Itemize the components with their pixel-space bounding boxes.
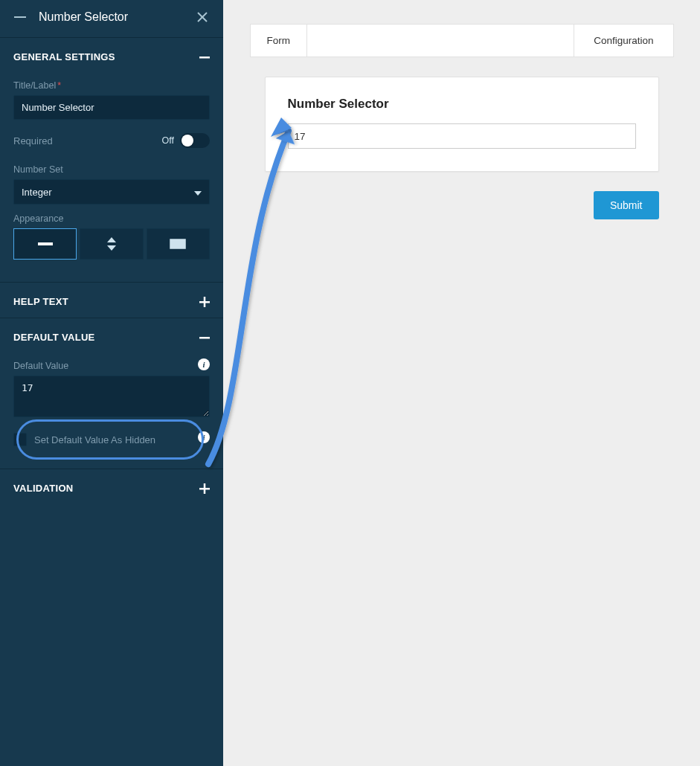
field-label: Default Value (13, 361, 210, 371)
svg-rect-8 (204, 297, 206, 307)
field-label: Number Set (13, 164, 210, 175)
section-title: HELP TEXT (13, 296, 68, 307)
main-area: Form Configuration Number Selector Submi… (223, 0, 700, 766)
svg-rect-0 (14, 16, 26, 18)
hidden-default-row: Set Default Value As Hidden i (13, 428, 210, 451)
appearance-option-box[interactable] (147, 228, 210, 260)
properties-sidebar: Number Selector GENERAL SETTINGS Title/L… (0, 0, 223, 766)
svg-rect-3 (199, 57, 210, 59)
preview-tabs: Form Configuration (250, 24, 674, 57)
field-appearance: Appearance (13, 213, 210, 260)
tab-configuration[interactable]: Configuration (574, 25, 672, 57)
section-general-header[interactable]: GENERAL SETTINGS (0, 38, 223, 73)
field-label: Appearance (13, 213, 210, 224)
sidebar-header: Number Selector (0, 0, 223, 37)
field-label: Title/Label* (13, 80, 210, 91)
section-validation-header[interactable]: VALIDATION (0, 469, 223, 504)
tab-form[interactable]: Form (251, 25, 308, 57)
preview-card: Number Selector (265, 77, 659, 172)
info-icon[interactable]: i (198, 431, 210, 443)
hidden-default-highlight: Set Default Value As Hidden i (13, 428, 210, 451)
required-switch-wrap: Off (162, 133, 210, 148)
collapse-icon[interactable] (13, 13, 27, 21)
section-defaultvalue: DEFAULT VALUE Default Value i Set Defaul… (0, 318, 223, 469)
section-general-body: Title/Label* Required Off Number Set Int… (0, 80, 223, 282)
title-input[interactable] (13, 95, 210, 120)
submit-button[interactable]: Submit (594, 191, 659, 219)
field-default-value: Default Value i (13, 361, 210, 419)
collapse-section-icon (199, 52, 210, 62)
close-icon[interactable] (195, 12, 210, 22)
svg-rect-5 (170, 239, 185, 248)
numberset-select[interactable]: Integer (13, 179, 210, 205)
field-title-label: Title/Label* (13, 80, 210, 120)
appearance-option-line[interactable] (13, 228, 77, 260)
preview-title: Number Selector (288, 97, 636, 112)
svg-rect-11 (204, 483, 206, 494)
required-row: Required Off (13, 133, 210, 148)
switch-state: Off (162, 135, 174, 146)
preview-number-input[interactable] (288, 123, 636, 149)
section-helptext-header[interactable]: HELP TEXT (0, 283, 223, 318)
collapse-section-icon (199, 332, 210, 343)
expand-section-icon (199, 483, 210, 494)
section-defaultvalue-header[interactable]: DEFAULT VALUE (0, 318, 223, 353)
submit-row: Submit (265, 191, 659, 219)
svg-rect-9 (199, 337, 210, 339)
required-label: Required (13, 135, 53, 147)
required-asterisk: * (57, 80, 61, 91)
section-title: VALIDATION (13, 483, 74, 494)
default-value-textarea[interactable] (13, 376, 210, 417)
hidden-default-label: Set Default Value As Hidden (34, 434, 155, 445)
section-helptext: HELP TEXT (0, 282, 223, 318)
hidden-default-checkbox[interactable] (13, 433, 27, 446)
svg-rect-4 (38, 242, 53, 245)
section-title: DEFAULT VALUE (13, 332, 95, 343)
expand-section-icon (199, 297, 210, 307)
section-title: GENERAL SETTINGS (13, 51, 115, 62)
select-value: Integer (22, 187, 51, 198)
sidebar-title: Number Selector (27, 10, 195, 24)
field-numberset: Number Set Integer (13, 164, 210, 205)
svg-rect-6 (180, 241, 183, 243)
section-general: GENERAL SETTINGS Title/Label* Required O… (0, 37, 223, 282)
appearance-option-stepper[interactable] (80, 228, 143, 260)
required-toggle[interactable] (180, 133, 210, 148)
chevron-down-icon (194, 187, 202, 198)
appearance-segmented (13, 228, 210, 260)
info-icon[interactable]: i (198, 358, 210, 370)
section-validation: VALIDATION (0, 469, 223, 504)
section-defaultvalue-body: Default Value i Set Default Value As Hid… (0, 361, 223, 469)
